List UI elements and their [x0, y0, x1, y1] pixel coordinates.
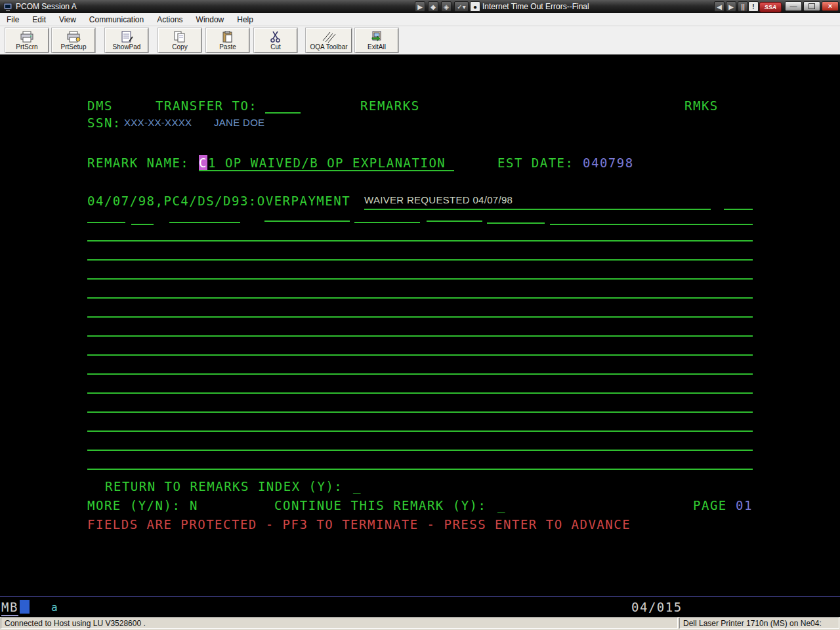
remark-blank-line: [550, 224, 753, 225]
ssn-masked-value: XXX-XX-XXXX: [124, 117, 192, 128]
remark-name-value[interactable]: 1 OP WAIVED/B OP EXPLANATION: [208, 155, 446, 171]
oia-status: MB: [1, 599, 18, 616]
oia-cursor-block: [20, 600, 30, 614]
remark-name-field-underline: [199, 170, 454, 171]
menu-communication[interactable]: Communication: [83, 13, 150, 26]
paste-icon: [220, 31, 235, 43]
next-icon[interactable]: ▶: [726, 1, 736, 12]
return-input-field[interactable]: _: [353, 478, 362, 494]
prev-icon[interactable]: ◀: [714, 1, 724, 12]
input-cursor[interactable]: C: [199, 155, 207, 171]
window-title: PCOM Session A: [16, 2, 77, 11]
hatch-lines-icon: [322, 31, 336, 43]
maximize-button[interactable]: [803, 1, 820, 11]
prtsetup-button[interactable]: PrtSetup: [52, 28, 95, 52]
more-value[interactable]: N: [190, 497, 198, 513]
remark-blank-line: [87, 240, 753, 242]
est-date-label: EST DATE:: [497, 155, 574, 171]
ssn-label: SSN:: [87, 115, 121, 131]
copy-button[interactable]: Copy: [158, 28, 201, 52]
oia-separator: [0, 596, 840, 597]
remark-blank-line: [87, 450, 753, 451]
app-id: DMS: [87, 98, 113, 114]
remark-text-line: 04/07/98,PC4/DS/D93:OVERPAYMENT: [87, 193, 350, 209]
alert-icon[interactable]: !: [748, 1, 759, 12]
transfer-to-label: TRANSFER TO:: [156, 98, 257, 114]
spade-icon[interactable]: ◈: [441, 1, 452, 12]
remark-blank-line: [264, 220, 350, 222]
pcom-window: PCOM Session A ▶ ◆ ◈ ✓▾ ● Internet Time …: [0, 0, 840, 630]
remark-blank-line: [87, 392, 753, 394]
remark-blank-line: [87, 373, 753, 375]
menu-view[interactable]: View: [52, 13, 83, 26]
protected-fields-message: FIELDS ARE PROTECTED - PF3 TO TERMINATE …: [87, 516, 631, 532]
remark-blank-line: [354, 222, 420, 223]
app-icon: [3, 1, 13, 12]
oqa-toolbar-button[interactable]: OQA Toolbar: [306, 28, 352, 52]
remark-blank-line: [87, 259, 753, 261]
remark-blank-line: [487, 222, 545, 224]
ssa-logo: SSA: [759, 2, 782, 12]
page-label: PAGE: [693, 497, 727, 513]
remark-name-label: REMARK NAME:: [87, 155, 189, 171]
remark-blank-line: [131, 224, 154, 225]
toolbar-button-label: ExitAll: [368, 43, 386, 51]
menu-file[interactable]: File: [0, 13, 26, 26]
remark-blank-line: [724, 209, 753, 210]
remark-blank-line: [87, 222, 125, 223]
remark-blank-line: [87, 297, 753, 299]
maximize-icon: [808, 3, 815, 9]
toolbar-button-label: PrtScrn: [16, 43, 37, 51]
continue-remark-label: CONTINUE THIS REMARK (Y):: [274, 497, 486, 513]
toolbar-button-label: Cut: [270, 43, 281, 51]
toolbar: PrtScrn PrtSetup ShowPad Copy Paste: [0, 26, 840, 55]
remark-blank-line: [87, 411, 753, 413]
menu-window[interactable]: Window: [190, 13, 231, 26]
pause-icon[interactable]: ||: [738, 1, 748, 12]
cut-button[interactable]: Cut: [254, 28, 297, 52]
person-name: JANE DOE: [214, 117, 264, 128]
prtscrn-button[interactable]: PrtScrn: [5, 28, 49, 52]
menu-actions[interactable]: Actions: [150, 13, 189, 26]
minimize-button[interactable]: —: [785, 1, 802, 11]
remark-blank-line: [87, 278, 753, 280]
overlay-window-title: Internet Time Out Errors--Final: [482, 2, 589, 11]
remark-blank-line: [364, 209, 711, 210]
toolbar-button-label: Copy: [172, 43, 187, 51]
menubar: File Edit View Communication Actions Win…: [0, 13, 840, 26]
menu-edit[interactable]: Edit: [26, 13, 52, 26]
continue-input-field[interactable]: _: [497, 497, 506, 513]
remark-blank-line: [427, 220, 482, 222]
screen-title: REMARKS: [360, 98, 420, 114]
more-label: MORE (Y/N):: [87, 497, 180, 513]
terminal-screen[interactable]: DMS TRANSFER TO: REMARKS RMKS SSN: XXX-X…: [0, 54, 840, 617]
remark-blank-line: [169, 222, 240, 223]
nav-dropdown-icon[interactable]: ▶: [415, 1, 425, 12]
screen-code: RMKS: [684, 98, 719, 114]
page-number: 01: [736, 497, 753, 513]
connection-status: Connected to Host using LU V3528600 .: [1, 618, 678, 629]
exit-door-icon: [369, 31, 384, 43]
return-prompt-label: RETURN TO REMARKS INDEX (Y):: [105, 478, 343, 494]
printer-icon: [19, 31, 35, 43]
showpad-button[interactable]: ShowPad: [105, 28, 148, 52]
remark-blank-line: [87, 316, 753, 318]
remark-blank-line: [87, 354, 753, 356]
titlebar: PCOM Session A ▶ ◆ ◈ ✓▾ ● Internet Time …: [0, 0, 840, 13]
oia-language-indicator: a: [51, 600, 58, 616]
menu-help[interactable]: Help: [230, 13, 260, 26]
check-dropdown-icon[interactable]: ✓▾: [454, 1, 469, 12]
printer-status: Dell Laser Printer 1710n (MS) on Ne04:: [679, 618, 839, 629]
toolbar-button-label: ShowPad: [113, 43, 141, 51]
toolbar-button-label: Paste: [219, 43, 236, 51]
printer-setup-icon: [66, 31, 81, 43]
exitall-button[interactable]: ExitAll: [355, 28, 398, 52]
notepad-icon: [119, 31, 134, 43]
paste-button[interactable]: Paste: [206, 28, 249, 52]
record-icon[interactable]: ●: [470, 1, 480, 12]
toolbar-button-label: PrtSetup: [61, 43, 87, 51]
close-button[interactable]: ×: [822, 1, 839, 11]
toolbar-button-label: OQA Toolbar: [310, 43, 347, 51]
transfer-to-field[interactable]: [265, 112, 301, 114]
diamond-icon[interactable]: ◆: [428, 1, 438, 12]
